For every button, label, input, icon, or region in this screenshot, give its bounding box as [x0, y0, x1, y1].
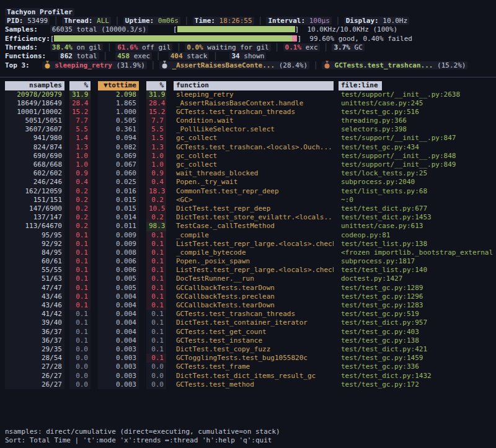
on-gil-value: 38.4% — [52, 43, 73, 51]
footer-legend: nsamples: direct/cumulative (direct=exec… — [5, 428, 280, 436]
pct-cumulative-cell: 10.5 — [146, 204, 166, 213]
table-row[interactable]: 113/64670 0.2 0.011 98.3 TestCase._callT… — [0, 222, 496, 231]
file-line-cell: test/test_dict.py:677 — [339, 204, 496, 213]
table-row[interactable]: 151/151 0.2 0.015 0.2 <GC> ~:0 — [0, 196, 496, 204]
pct-cumulative-cell: 0.1 — [146, 310, 166, 318]
footer-section: nsamples: direct/cumulative (direct=exec… — [5, 428, 280, 445]
table-row[interactable]: 690/690 1.0 0.069 1.0 gc_collect test/su… — [0, 152, 496, 160]
function-cell: Popen._try_wait — [174, 178, 334, 187]
nsamples-cell: 20978/20979 — [5, 90, 64, 99]
function-cell: DictTest.test_repr_deep — [174, 204, 334, 213]
table-row[interactable]: 3607/3607 5.5 0.361 5.5 _PollLikeSelecto… — [0, 125, 496, 134]
thread-chip[interactable]: Thread: ALL — [62, 17, 111, 25]
table-row[interactable]: 668/668 1.0 0.067 1.0 gc_collect test/su… — [0, 160, 496, 169]
functions-total: 862 total — [58, 52, 99, 60]
efficiency-summary: 99.60% good, 0.40% failed — [309, 35, 412, 43]
status-line: PID: 53499Thread: ALLUptime: 0m06sTime: … — [0, 17, 496, 25]
table-row[interactable]: 55/55 0.1 0.006 0.1 ListTest.test_repr_l… — [0, 266, 496, 275]
function-cell: DictTest.test_copy_fuzz — [174, 345, 334, 354]
pct-direct-cell: 1.3 — [69, 143, 91, 152]
table-row[interactable]: 51/63 0.1 0.005 0.1 DocTestRunner.__run … — [0, 275, 496, 283]
table-row[interactable]: 20978/20979 31.9 2.098 31.9 sleeping_ret… — [0, 90, 496, 99]
on-gil-text: on gil — [77, 43, 102, 51]
table-row[interactable]: 60/61 0.1 0.006 0.1 Popen._posix_spawn s… — [0, 257, 496, 266]
table-row[interactable]: 27/28 0.0 0.003 0.0 GCTests.test_frame t… — [0, 362, 496, 371]
tottime-cell: 0.004 — [98, 310, 139, 318]
tottime-cell: 0.014 — [98, 213, 139, 222]
file-line-cell: unittest/case.py:245 — [339, 99, 496, 108]
function-cell: ListTest.test_repr_large.<locals>.check — [174, 240, 334, 248]
table-row[interactable]: 29/35 0.0 0.003 0.1 DictTest.test_copy_f… — [0, 345, 496, 354]
table-row[interactable]: 18649/18649 28.4 1.865 28.4 _AssertRaise… — [0, 99, 496, 108]
table-row[interactable]: 162/12059 0.2 0.016 18.3 CommonTest.test… — [0, 187, 496, 196]
time-chip: Time: 18:26:55 — [193, 17, 254, 25]
function-cell: Condition.wait — [174, 116, 334, 125]
file-line-cell: subprocess.py:2040 — [339, 178, 496, 187]
tottime-cell: 0.016 — [98, 187, 139, 196]
tottime-cell: 0.003 — [98, 372, 139, 380]
nsamples-cell: 10001/10002 — [5, 108, 64, 116]
column-header-function[interactable]: function — [174, 81, 334, 90]
column-header-nsamples[interactable]: nsamples — [5, 81, 64, 90]
file-line-cell: test/test_dict.py:421 — [339, 345, 496, 354]
pct-cumulative-cell: 18.3 — [146, 187, 166, 196]
file-line-cell: test/test_list.py:138 — [339, 240, 496, 248]
column-header-file-line[interactable]: file:line — [339, 81, 382, 90]
tottime-cell: 0.006 — [98, 266, 139, 275]
pct-direct-cell: 0.0 — [69, 372, 91, 380]
top3-line: Top 3: sleeping_retry (31.9%) _AssertRai… — [0, 61, 496, 69]
table-row[interactable]: 47/47 0.1 0.005 0.1 GCCallbackTests.tear… — [0, 284, 496, 292]
column-header-tottime-sorted[interactable]: ▼tottime — [98, 81, 139, 90]
pct-cumulative-cell: 1.3 — [146, 143, 166, 152]
tottime-cell: 0.003 — [98, 380, 139, 389]
table-row[interactable]: 36/37 0.1 0.004 0.1 GCTests.test_instanc… — [0, 336, 496, 345]
off-gil-value: 61.6% — [117, 43, 138, 51]
functions-line: Functions: 862 total 458 exec 404 stack … — [0, 52, 496, 61]
functions-total-text: total — [77, 52, 97, 60]
table-row[interactable]: 26/27 0.0 0.003 0.0 DictTest.test_dict_i… — [0, 372, 496, 380]
table-row[interactable]: 602/602 0.9 0.060 0.9 wait_threads_block… — [0, 169, 496, 178]
table-row[interactable]: 28/54 0.0 0.003 0.1 GCTogglingTests.test… — [0, 354, 496, 362]
function-cell: <GC> — [174, 196, 334, 204]
table-row[interactable]: 147/6900 0.2 0.015 10.5 DictTest.test_re… — [0, 204, 496, 213]
function-cell: ListTest.test_repr_large.<locals>.check — [174, 266, 334, 275]
nsamples-cell: 113/64670 — [5, 222, 64, 231]
table-row[interactable]: 43/46 0.1 0.004 0.1 GCCallbackTests.tear… — [0, 301, 496, 310]
pct-cumulative-cell: 0.0 — [146, 380, 166, 389]
gc-value: 3.7% — [334, 43, 350, 51]
table-row[interactable]: 92/92 0.1 0.009 0.1 ListTest.test_repr_l… — [0, 240, 496, 248]
nsamples-cell: 43/46 — [5, 301, 64, 310]
table-row[interactable]: 246/246 0.4 0.025 0.4 Popen._try_wait su… — [0, 178, 496, 187]
column-header-pct-direct[interactable]: % — [69, 81, 91, 90]
table-row[interactable]: 941/980 1.4 0.094 1.5 gc_collect test/su… — [0, 134, 496, 143]
nsamples-cell: 95/95 — [5, 231, 64, 240]
gauge-close-bracket — [295, 25, 299, 33]
tottime-cell: 2.098 — [98, 90, 139, 99]
table-row[interactable]: 84/95 0.1 0.008 0.1 _compile_bytecode <f… — [0, 248, 496, 257]
nsamples-cell: 55/55 — [5, 266, 64, 275]
table-row[interactable]: 5051/5051 7.7 0.505 7.7 Condition.wait t… — [0, 116, 496, 125]
pct-direct-cell: 28.4 — [69, 99, 91, 108]
table-row[interactable]: 26/27 0.0 0.003 0.0 GCTests.test_method … — [0, 380, 496, 389]
table-row[interactable]: 39/40 0.1 0.004 0.1 DictTest.test_contai… — [0, 318, 496, 327]
table-row[interactable]: 41/42 0.1 0.004 0.1 GCTests.test_trashca… — [0, 310, 496, 318]
profiler-screen: Tachyon Profiler PID: 53499Thread: ALLUp… — [0, 0, 496, 448]
functions-exec-value: 458 — [117, 52, 130, 60]
waiting-text: waiting for gil — [207, 43, 268, 51]
pct-cumulative-cell: 5.5 — [146, 125, 166, 134]
table-row[interactable]: 10001/10002 15.2 1.000 15.2 GCTests.test… — [0, 108, 496, 116]
column-header-pct-cumulative[interactable]: % — [146, 81, 166, 90]
table-row[interactable]: 43/46 0.1 0.004 0.1 GCCallbackTests.prec… — [0, 292, 496, 301]
nsamples-cell: 26/27 — [5, 372, 64, 380]
function-cell: sleeping_retry — [174, 90, 334, 99]
tottime-cell: 0.006 — [98, 257, 139, 266]
pct-direct-cell: 0.0 — [69, 345, 91, 354]
nsamples-cell: 47/47 — [5, 284, 64, 292]
off-gil-text: off gil — [142, 43, 170, 51]
table-row[interactable]: 137/147 0.2 0.014 0.2 DictTest.test_stor… — [0, 213, 496, 222]
table-row[interactable]: 36/37 0.1 0.004 0.1 GCTests.test_get_cou… — [0, 328, 496, 336]
table-row[interactable]: 95/95 0.1 0.009 0.1 _compile codeop.py:8… — [0, 231, 496, 240]
table-row[interactable]: 824/874 1.3 0.082 1.3 GCTests.test_trash… — [0, 143, 496, 152]
pct-cumulative-cell: 31.9 — [146, 90, 166, 99]
pct-direct-cell: 7.7 — [69, 116, 91, 125]
